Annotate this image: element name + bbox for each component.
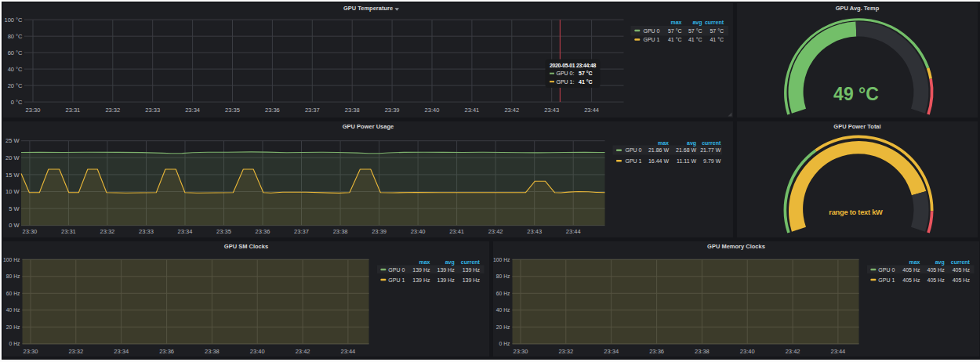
svg-text:57 °C: 57 °C [710, 27, 724, 33]
svg-text:23:35: 23:35 [225, 106, 240, 113]
svg-text:9.79 W: 9.79 W [703, 157, 721, 163]
svg-text:60 °C: 60 °C [7, 49, 22, 56]
svg-text:23:42: 23:42 [488, 228, 503, 235]
svg-text:GPU 1: GPU 1 [625, 157, 641, 163]
svg-text:16.44 W: 16.44 W [648, 157, 668, 163]
svg-text:23:36: 23:36 [265, 106, 280, 113]
svg-text:23:39: 23:39 [384, 106, 399, 113]
svg-text:23:37: 23:37 [294, 228, 309, 235]
svg-text:21.77 W: 21.77 W [700, 147, 720, 153]
svg-text:23:43: 23:43 [544, 106, 559, 113]
svg-text:23:32: 23:32 [68, 347, 83, 354]
svg-text:GPU 1: GPU 1 [388, 277, 405, 282]
svg-text:23:44: 23:44 [340, 347, 355, 354]
svg-text:139 Hz: 139 Hz [462, 277, 480, 282]
svg-text:405 Hz: 405 Hz [902, 277, 920, 282]
svg-text:80 Hz: 80 Hz [5, 273, 20, 279]
svg-text:0 °C: 0 °C [10, 98, 22, 105]
svg-text:23:41: 23:41 [449, 228, 464, 235]
svg-text:avg: avg [445, 259, 454, 266]
svg-text:23:34: 23:34 [185, 106, 200, 113]
svg-text:23:33: 23:33 [145, 106, 160, 113]
svg-text:57 °C: 57 °C [688, 27, 702, 33]
svg-text:GPU 0: GPU 0 [643, 27, 659, 33]
svg-text:405 Hz: 405 Hz [902, 266, 920, 272]
svg-text:57 °C: 57 °C [579, 71, 593, 76]
svg-text:10 W: 10 W [5, 188, 19, 195]
svg-text:GPU 0: GPU 0 [625, 147, 641, 153]
svg-text:23:34: 23:34 [177, 228, 192, 235]
svg-text:20 Hz: 20 Hz [5, 324, 20, 329]
svg-text:139 Hz: 139 Hz [462, 266, 480, 272]
svg-text:23:32: 23:32 [100, 228, 114, 235]
svg-text:23:33: 23:33 [139, 228, 154, 235]
svg-text:GPU 0:: GPU 0: [556, 71, 574, 76]
svg-text:80 Hz: 80 Hz [495, 273, 510, 279]
svg-text:GPU 1: GPU 1 [878, 277, 895, 282]
svg-text:GPU Memory Clocks: GPU Memory Clocks [707, 243, 765, 250]
svg-text:80 °C: 80 °C [7, 32, 22, 39]
svg-text:23:32: 23:32 [105, 106, 120, 113]
svg-text:avg: avg [935, 259, 944, 266]
svg-text:0 Hz: 0 Hz [9, 341, 20, 346]
svg-text:23:31: 23:31 [65, 106, 80, 113]
svg-text:23:38: 23:38 [344, 106, 359, 113]
svg-text:49 °C: 49 °C [833, 83, 879, 103]
svg-text:GPU 0: GPU 0 [388, 266, 405, 272]
svg-text:100 Hz: 100 Hz [3, 256, 20, 262]
svg-text:139 Hz: 139 Hz [412, 277, 430, 282]
svg-text:41 °C: 41 °C [579, 78, 593, 84]
svg-text:GPU 1: GPU 1 [643, 37, 659, 42]
svg-text:23:32: 23:32 [558, 347, 573, 354]
svg-text:23:42: 23:42 [785, 347, 800, 354]
svg-text:40 Hz: 40 Hz [495, 307, 510, 313]
svg-text:139 Hz: 139 Hz [437, 266, 455, 272]
svg-text:23:40: 23:40 [739, 347, 754, 354]
svg-text:23:43: 23:43 [527, 228, 542, 235]
svg-text:25 W: 25 W [5, 137, 19, 144]
svg-text:40 Hz: 40 Hz [5, 307, 20, 313]
svg-text:23:34: 23:34 [604, 347, 619, 354]
svg-text:GPU Temperature: GPU Temperature [343, 5, 392, 12]
svg-text:2020-05-01 23:44:48: 2020-05-01 23:44:48 [550, 63, 597, 68]
svg-text:GPU Avg. Temp: GPU Avg. Temp [835, 5, 879, 12]
svg-text:23:36: 23:36 [255, 228, 270, 235]
svg-text:23:30: 23:30 [22, 228, 37, 235]
svg-text:23:38: 23:38 [205, 347, 220, 354]
svg-text:current: current [460, 259, 480, 265]
svg-text:GPU Power Usage: GPU Power Usage [342, 123, 393, 130]
svg-text:avg: avg [687, 139, 696, 146]
svg-text:23:30: 23:30 [23, 347, 38, 354]
svg-text:405 Hz: 405 Hz [927, 277, 945, 282]
svg-text:23:44: 23:44 [584, 106, 599, 113]
svg-text:23:40: 23:40 [410, 228, 425, 235]
svg-text:23:40: 23:40 [249, 347, 264, 354]
svg-text:405 Hz: 405 Hz [927, 266, 945, 272]
svg-text:GPU SM Clocks: GPU SM Clocks [223, 243, 267, 250]
svg-text:60 Hz: 60 Hz [495, 290, 510, 295]
svg-text:current: current [950, 259, 970, 265]
svg-text:100 °C: 100 °C [4, 16, 23, 23]
svg-text:11.11 W: 11.11 W [677, 157, 696, 163]
svg-text:23:30: 23:30 [513, 347, 528, 354]
svg-text:15 W: 15 W [5, 171, 19, 178]
svg-text:23:40: 23:40 [424, 106, 439, 113]
svg-text:23:36: 23:36 [649, 347, 664, 354]
svg-text:100 Hz: 100 Hz [493, 256, 510, 262]
svg-text:139 Hz: 139 Hz [412, 266, 430, 272]
svg-text:40 °C: 40 °C [7, 65, 22, 72]
svg-text:23:42: 23:42 [295, 347, 310, 354]
svg-text:41 °C: 41 °C [667, 37, 681, 42]
svg-text:57 °C: 57 °C [667, 27, 681, 33]
svg-text:0 W: 0 W [9, 222, 20, 229]
svg-text:max: max [670, 20, 681, 25]
svg-text:23:44: 23:44 [830, 347, 845, 354]
svg-text:GPU 0: GPU 0 [878, 266, 895, 272]
svg-text:23:36: 23:36 [159, 347, 174, 354]
svg-text:current: current [702, 139, 721, 145]
svg-text:23:31: 23:31 [61, 228, 76, 235]
svg-text:139 Hz: 139 Hz [437, 277, 455, 282]
svg-text:max: max [657, 139, 668, 145]
svg-text:23:44: 23:44 [565, 228, 580, 235]
svg-text:23:34: 23:34 [114, 347, 129, 354]
